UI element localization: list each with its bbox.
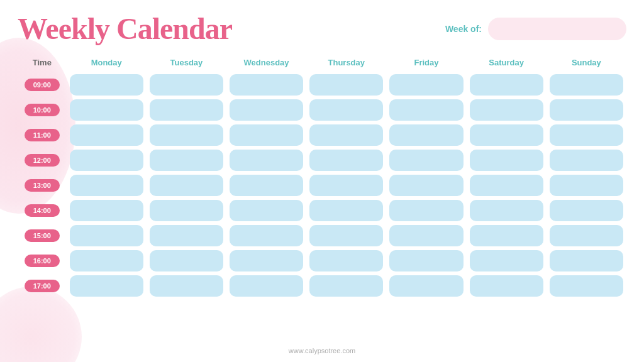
event-box[interactable] (309, 275, 383, 297)
event-box[interactable] (550, 74, 623, 96)
event-cell[interactable] (67, 72, 147, 97)
event-box[interactable] (389, 99, 463, 121)
event-cell[interactable] (386, 273, 466, 299)
event-cell[interactable] (306, 123, 386, 148)
event-box[interactable] (70, 124, 143, 146)
event-cell[interactable] (386, 72, 466, 97)
event-cell[interactable] (547, 97, 626, 123)
event-box[interactable] (230, 175, 303, 196)
event-box[interactable] (309, 99, 383, 121)
event-box[interactable] (550, 99, 623, 121)
event-box[interactable] (150, 150, 223, 171)
event-cell[interactable] (547, 248, 626, 273)
event-cell[interactable] (386, 97, 466, 123)
event-cell[interactable] (67, 273, 147, 299)
event-box[interactable] (150, 99, 223, 121)
event-cell[interactable] (147, 273, 226, 299)
event-cell[interactable] (467, 72, 547, 97)
event-cell[interactable] (226, 173, 306, 198)
event-box[interactable] (309, 225, 383, 246)
event-cell[interactable] (226, 123, 306, 148)
event-box[interactable] (389, 225, 463, 246)
event-box[interactable] (470, 99, 543, 121)
event-box[interactable] (309, 200, 383, 221)
event-cell[interactable] (67, 97, 147, 123)
event-cell[interactable] (147, 123, 226, 148)
event-box[interactable] (150, 74, 223, 96)
event-box[interactable] (230, 225, 303, 246)
event-box[interactable] (150, 124, 223, 146)
event-box[interactable] (389, 124, 463, 146)
event-cell[interactable] (386, 248, 466, 273)
event-box[interactable] (470, 200, 543, 221)
event-box[interactable] (470, 150, 543, 171)
event-box[interactable] (70, 250, 143, 272)
event-box[interactable] (230, 124, 303, 146)
event-cell[interactable] (226, 198, 306, 223)
event-cell[interactable] (467, 248, 547, 273)
event-cell[interactable] (547, 148, 626, 173)
event-cell[interactable] (547, 72, 626, 97)
event-cell[interactable] (67, 148, 147, 173)
event-cell[interactable] (147, 248, 226, 273)
event-cell[interactable] (147, 173, 226, 198)
event-box[interactable] (550, 275, 623, 297)
event-cell[interactable] (467, 173, 547, 198)
event-box[interactable] (230, 250, 303, 272)
event-box[interactable] (389, 250, 463, 272)
event-box[interactable] (470, 175, 543, 196)
event-cell[interactable] (306, 223, 386, 248)
event-box[interactable] (309, 150, 383, 171)
event-cell[interactable] (147, 72, 226, 97)
event-cell[interactable] (386, 123, 466, 148)
event-box[interactable] (150, 225, 223, 246)
event-cell[interactable] (547, 223, 626, 248)
event-box[interactable] (309, 124, 383, 146)
event-box[interactable] (70, 150, 143, 171)
event-box[interactable] (70, 74, 143, 96)
event-cell[interactable] (386, 198, 466, 223)
event-cell[interactable] (386, 148, 466, 173)
event-box[interactable] (389, 175, 463, 196)
event-box[interactable] (550, 250, 623, 272)
event-cell[interactable] (386, 173, 466, 198)
event-box[interactable] (230, 99, 303, 121)
event-cell[interactable] (226, 273, 306, 299)
event-cell[interactable] (67, 173, 147, 198)
event-cell[interactable] (306, 198, 386, 223)
event-box[interactable] (550, 200, 623, 221)
event-box[interactable] (150, 250, 223, 272)
event-box[interactable] (150, 275, 223, 297)
event-cell[interactable] (386, 223, 466, 248)
event-box[interactable] (70, 200, 143, 221)
event-cell[interactable] (67, 198, 147, 223)
event-cell[interactable] (306, 72, 386, 97)
event-cell[interactable] (306, 273, 386, 299)
event-box[interactable] (550, 150, 623, 171)
event-box[interactable] (230, 150, 303, 171)
event-box[interactable] (70, 275, 143, 297)
event-cell[interactable] (306, 148, 386, 173)
event-cell[interactable] (467, 97, 547, 123)
event-cell[interactable] (147, 198, 226, 223)
event-cell[interactable] (67, 123, 147, 148)
event-box[interactable] (230, 200, 303, 221)
event-box[interactable] (150, 175, 223, 196)
event-box[interactable] (309, 74, 383, 96)
event-cell[interactable] (547, 173, 626, 198)
event-cell[interactable] (547, 123, 626, 148)
event-cell[interactable] (226, 72, 306, 97)
event-box[interactable] (550, 175, 623, 196)
event-cell[interactable] (226, 223, 306, 248)
event-box[interactable] (470, 275, 543, 297)
event-box[interactable] (470, 124, 543, 146)
event-box[interactable] (550, 225, 623, 246)
event-cell[interactable] (226, 97, 306, 123)
event-cell[interactable] (306, 97, 386, 123)
event-cell[interactable] (306, 248, 386, 273)
event-cell[interactable] (467, 198, 547, 223)
event-box[interactable] (470, 250, 543, 272)
event-cell[interactable] (547, 198, 626, 223)
event-cell[interactable] (67, 223, 147, 248)
event-box[interactable] (550, 124, 623, 146)
